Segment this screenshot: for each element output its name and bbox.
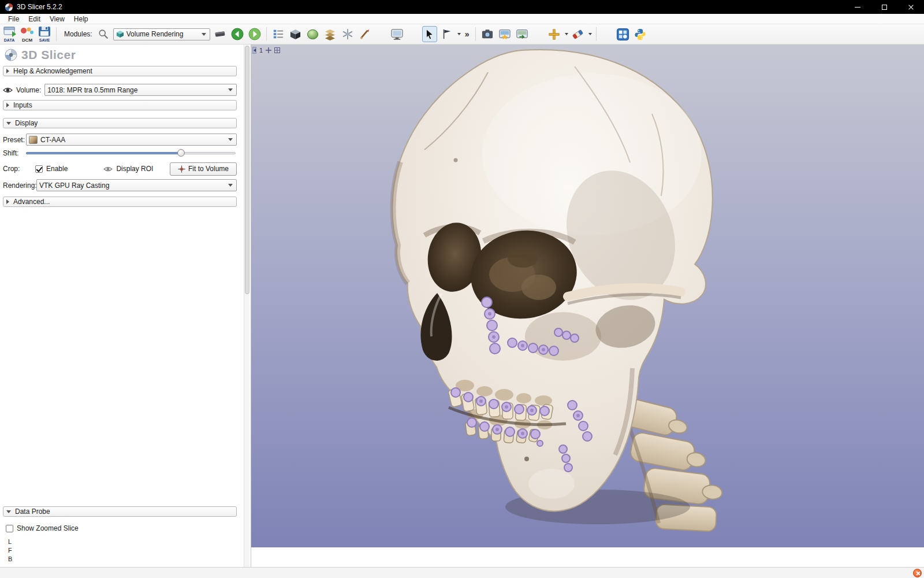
view-filler <box>251 547 924 567</box>
extensions-manager-button[interactable] <box>616 26 631 42</box>
maximize-icon <box>882 5 887 10</box>
markups-place-button[interactable] <box>571 26 586 42</box>
scene-view-capture-button[interactable] <box>497 26 512 42</box>
threed-view[interactable]: 1 <box>251 45 924 547</box>
display-roi-eye-icon[interactable] <box>103 166 113 172</box>
python-console-button[interactable] <box>633 26 648 42</box>
menu-view[interactable]: View <box>45 14 69 24</box>
green-sphere-icon <box>307 28 319 40</box>
chevron-down-icon <box>202 33 206 36</box>
app-icon <box>5 3 13 12</box>
toolbar-separator <box>475 27 476 41</box>
fit-to-volume-label: Fit to Volume <box>188 165 229 173</box>
error-log-button[interactable] <box>913 569 922 577</box>
view-crosshair-icon[interactable] <box>266 47 271 53</box>
show-zoomed-slice-row: Show Zoomed Slice <box>3 524 237 532</box>
layout-selector-button[interactable] <box>271 26 286 42</box>
maximize-button[interactable] <box>871 0 897 14</box>
history-forward-button[interactable] <box>247 26 262 42</box>
screenshot-button[interactable] <box>480 26 495 42</box>
show-zoomed-slice-checkbox[interactable] <box>6 525 13 532</box>
restore-view-icon <box>516 28 528 40</box>
save-button[interactable]: SAVE <box>37 26 52 42</box>
views-3d-button[interactable] <box>288 26 303 42</box>
annotate-button[interactable] <box>357 26 372 42</box>
camera-screenshot-icon <box>481 28 494 40</box>
crop-label: Crop: <box>3 165 26 173</box>
panel-scrollbar[interactable] <box>244 45 249 567</box>
view-pin-button[interactable] <box>252 47 256 54</box>
crosshair-dropdown-icon[interactable] <box>565 33 568 35</box>
volume-value: 1018: MPR tra 0.5mm Range <box>47 86 225 94</box>
toolbar-overflow-button[interactable]: » <box>463 29 471 39</box>
section-display[interactable]: Display <box>3 118 237 128</box>
preset-row: Preset: CT-AAA <box>3 134 237 146</box>
layers-button[interactable] <box>323 26 338 42</box>
shift-row: Shift: <box>3 149 237 157</box>
minimize-button[interactable] <box>844 0 871 14</box>
module-search-button[interactable] <box>96 26 111 42</box>
pointer-icon <box>424 28 435 40</box>
module-selected-label: Volume Rendering <box>126 30 198 38</box>
crosshair-icon <box>548 28 560 40</box>
volume-combobox[interactable]: 1018: MPR tra 0.5mm Range <box>44 84 237 96</box>
titlebar[interactable]: 3D Slicer 5.2.2 <box>0 0 924 14</box>
expanded-arrow-icon <box>6 510 11 513</box>
save-icon: SAVE <box>37 26 52 42</box>
show-zoomed-slice-label: Show Zoomed Slice <box>17 524 79 532</box>
svg-text:DATA: DATA <box>4 38 14 42</box>
collapsed-arrow-icon <box>6 199 9 204</box>
markups-icon <box>572 28 584 40</box>
cube-3d-icon <box>289 28 301 40</box>
close-button[interactable] <box>897 0 924 14</box>
viewport-area: 1 <box>251 45 924 567</box>
crop-enable-checkbox[interactable] <box>35 165 43 173</box>
shift-slider-handle[interactable] <box>177 149 185 157</box>
shift-slider[interactable] <box>26 149 236 157</box>
panel-scrollbar-handle[interactable] <box>245 46 249 294</box>
module-icon <box>116 30 124 38</box>
place-markup-button[interactable] <box>439 26 454 42</box>
dicom-button[interactable]: DCM <box>20 26 35 42</box>
module-selector-combobox[interactable]: Volume Rendering <box>113 28 210 40</box>
main-toolbar: DATA DCM SAVE Modules: <box>0 24 924 45</box>
module-history-button[interactable] <box>213 26 228 42</box>
rendering-combobox[interactable]: VTK GPU Ray Casting <box>36 179 237 191</box>
screen-capture-button[interactable] <box>390 26 405 42</box>
menu-help[interactable]: Help <box>69 14 93 24</box>
history-forward-icon <box>248 28 261 40</box>
markups-dropdown-icon[interactable] <box>588 33 592 35</box>
menu-edit[interactable]: Edit <box>24 14 45 24</box>
skull-3d-render[interactable] <box>251 45 924 547</box>
registration-button[interactable] <box>340 26 355 42</box>
mouse-interaction-button[interactable] <box>422 26 437 42</box>
fit-to-volume-button[interactable]: Fit to Volume <box>170 162 237 176</box>
volume-module-button[interactable] <box>305 26 321 42</box>
shift-label: Shift: <box>3 149 26 157</box>
slicer-logo-text: 3D Slicer <box>21 48 76 62</box>
place-markup-dropdown-icon[interactable] <box>457 33 461 35</box>
shift-slider-fill <box>26 152 181 154</box>
history-back-icon <box>231 28 244 40</box>
scene-view-restore-button[interactable] <box>515 26 530 42</box>
load-data-icon: DATA <box>2 26 17 42</box>
section-inputs[interactable]: Inputs <box>3 100 237 110</box>
section-help-acknowledgement[interactable]: Help & Acknowledgement <box>3 66 237 76</box>
section-data-probe[interactable]: Data Probe <box>3 506 237 517</box>
view-layout-grid-icon[interactable] <box>274 47 280 53</box>
crosshair-button[interactable] <box>547 26 562 42</box>
menu-file[interactable]: File <box>3 14 24 24</box>
module-panel: 3D Slicer Help & Acknowledgement Volume:… <box>0 45 251 567</box>
history-back-button[interactable] <box>230 26 245 42</box>
chevron-down-icon <box>228 88 233 91</box>
slicer-window: 3D Slicer 5.2.2 File Edit View Help DATA <box>0 0 924 578</box>
section-advanced[interactable]: Advanced... <box>3 197 237 207</box>
section-display-label: Display <box>15 119 38 127</box>
display-roi-label: Display ROI <box>116 165 153 173</box>
preset-combobox[interactable]: CT-AAA <box>26 134 237 146</box>
flag-icon <box>442 28 452 40</box>
section-help-label: Help & Acknowledgement <box>13 67 92 75</box>
load-data-button[interactable]: DATA <box>2 26 17 42</box>
volume-visibility-eye-icon[interactable] <box>3 87 13 94</box>
monitor-capture-icon <box>390 28 404 40</box>
